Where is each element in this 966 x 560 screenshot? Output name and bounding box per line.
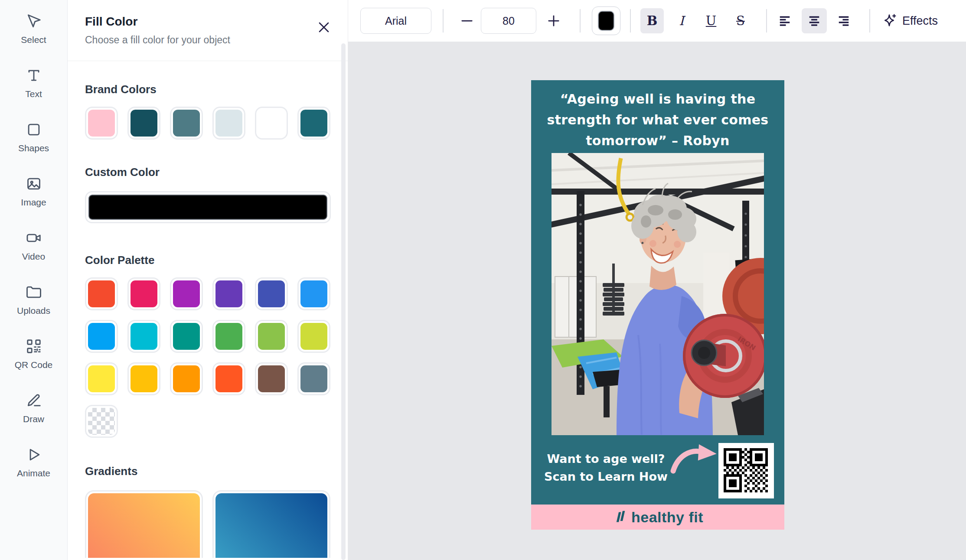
palette-color-swatch[interactable] (212, 362, 245, 395)
minus-icon (460, 14, 473, 27)
color-palette-grid (85, 277, 330, 395)
sidebar-item-label: Shapes (10, 142, 58, 154)
palette-color-swatch[interactable] (127, 277, 160, 310)
panel-scrollbar[interactable] (341, 43, 346, 560)
close-button[interactable] (317, 21, 330, 34)
gradient-fill (215, 493, 327, 558)
color-palette-heading: Color Palette (85, 254, 330, 267)
swatch-fill (131, 280, 157, 307)
quote-line: “Ageing well is having the (539, 89, 777, 110)
strikethrough-button[interactable]: S (729, 8, 752, 33)
palette-color-swatch[interactable] (255, 277, 288, 310)
checker-icon (88, 408, 115, 435)
decrease-font-size-button[interactable] (459, 11, 475, 31)
palette-color-swatch[interactable] (255, 362, 288, 395)
quote-text[interactable]: “Ageing well is having the strength for … (539, 80, 777, 151)
qr-code[interactable] (718, 443, 774, 498)
brand-color-swatch[interactable] (255, 107, 288, 140)
palette-color-swatch[interactable] (85, 277, 118, 310)
brand-color-swatch[interactable] (85, 107, 118, 140)
swatch-fill (88, 110, 115, 137)
palette-color-swatch[interactable] (297, 277, 330, 310)
palette-color-swatch[interactable] (170, 277, 203, 310)
align-left-button[interactable] (772, 8, 797, 33)
sidebar-item-uploads[interactable]: Uploads (1, 284, 66, 316)
swatch-fill (215, 323, 242, 350)
sidebar-item-animate[interactable]: Animate (1, 446, 66, 479)
swatch-fill (300, 280, 327, 307)
effects-button[interactable]: Effects (881, 13, 938, 29)
swatch-fill (88, 323, 115, 350)
increase-font-size-button[interactable] (546, 11, 561, 31)
custom-color-fill (88, 195, 327, 220)
poster-footer[interactable]: healthy fit (531, 505, 784, 530)
swatch-fill (300, 365, 327, 392)
palette-color-swatch[interactable] (297, 362, 330, 395)
underline-button[interactable]: U (699, 8, 723, 33)
swatch-fill (88, 365, 115, 392)
divider (869, 9, 870, 33)
align-center-button[interactable] (802, 8, 827, 33)
panel-body: Brand Colors Custom Color Color Palette (68, 61, 348, 558)
brand-color-swatch[interactable] (212, 107, 245, 140)
text-icon (26, 67, 42, 84)
align-center-icon (808, 14, 821, 27)
healthy-fit-logo-icon (612, 510, 626, 524)
palette-color-swatch[interactable] (170, 320, 203, 353)
bold-button[interactable]: B (640, 8, 664, 33)
brand-color-swatch[interactable] (297, 107, 330, 140)
palette-color-swatch[interactable] (85, 320, 118, 353)
custom-color-swatch[interactable] (85, 191, 331, 223)
font-family-select[interactable]: Arial (360, 8, 431, 34)
text-toolbar: Arial B I U S Effects (348, 0, 966, 42)
sidebar-item-shapes[interactable]: Shapes (1, 121, 66, 154)
swatch-fill (215, 280, 242, 307)
poster-artboard[interactable]: “Ageing well is having the strength for … (531, 80, 784, 530)
cta-text[interactable]: Want to age well? Scan to Learn How (544, 450, 668, 485)
sidebar-item-draw[interactable]: Draw (1, 392, 66, 425)
italic-button[interactable]: I (670, 8, 693, 33)
panel-subtitle: Choose a fill color for your object (85, 34, 330, 46)
swatch-fill (258, 323, 285, 350)
palette-color-swatch[interactable] (212, 320, 245, 353)
align-left-icon (778, 14, 791, 27)
palette-color-swatch[interactable] (297, 320, 330, 353)
brand-logo-text: healthy fit (631, 509, 703, 526)
quote-line: tomorrow” – Robyn (539, 130, 777, 151)
sparkle-icon (881, 13, 897, 29)
palette-color-swatch[interactable] (170, 362, 203, 395)
palette-color-swatch[interactable] (255, 320, 288, 353)
brand-color-swatch[interactable] (170, 107, 203, 140)
swatch-fill (215, 110, 242, 137)
palette-color-swatch[interactable] (127, 320, 160, 353)
qr-code-image (719, 444, 773, 498)
sidebar-item-text[interactable]: Text (1, 67, 66, 100)
custom-color-heading: Custom Color (85, 166, 330, 179)
gradients-heading: Gradients (85, 465, 330, 478)
play-icon (26, 446, 42, 463)
text-color-button[interactable] (592, 7, 620, 35)
arrow-swoosh (673, 451, 702, 471)
palette-color-swatch[interactable] (127, 362, 160, 395)
swatch-fill (173, 110, 200, 137)
gradient-fill (88, 493, 200, 558)
swatch-fill (131, 110, 157, 137)
gradient-swatch[interactable] (212, 490, 330, 558)
swatch-fill (258, 280, 285, 307)
gym-photo[interactable]: LOVE XERCIS GY (552, 153, 764, 435)
palette-color-swatch[interactable] (212, 277, 245, 310)
align-right-button[interactable] (831, 8, 856, 33)
arrow-icon[interactable] (670, 443, 718, 474)
sidebar-item-label: Uploads (10, 305, 58, 316)
sidebar-item-image[interactable]: Image (1, 176, 66, 208)
design-canvas[interactable]: “Ageing well is having the strength for … (348, 42, 966, 560)
palette-color-swatch[interactable] (85, 362, 118, 395)
gradient-swatch[interactable] (85, 490, 203, 558)
transparent-swatch[interactable] (85, 405, 118, 438)
swatch-fill (131, 365, 157, 392)
sidebar-item-qr-code[interactable]: QR Code (1, 338, 66, 371)
brand-color-swatch[interactable] (127, 107, 160, 140)
sidebar-item-video[interactable]: Video (1, 230, 66, 262)
font-size-input[interactable] (481, 8, 536, 34)
sidebar-item-select[interactable]: Select (1, 13, 66, 46)
